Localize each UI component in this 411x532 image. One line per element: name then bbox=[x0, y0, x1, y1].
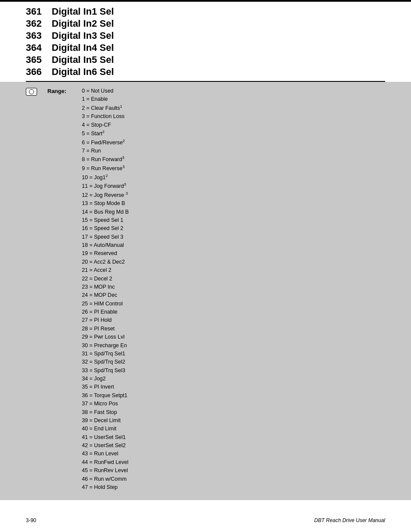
range-value-35: 35 = PI Invert bbox=[82, 383, 385, 391]
range-value-29: 29 = Pwr Loss Lvl bbox=[82, 333, 385, 341]
icon-cell bbox=[26, 87, 47, 96]
range-value-10: 10 = Jog12 bbox=[82, 173, 385, 182]
range-value-31: 31 = Spd/Trq Sel1 bbox=[82, 350, 385, 358]
range-value-5: 5 = Start2 bbox=[82, 129, 385, 138]
range-values: 0 = Not Used1 = Enable2 = Clear Faults13… bbox=[82, 87, 385, 492]
range-value-41: 41 = UserSet Sel1 bbox=[82, 433, 385, 442]
param-title-365: Digital In5 Sel bbox=[52, 54, 114, 65]
range-value-19: 19 = Reserved bbox=[82, 249, 385, 258]
range-value-42: 42 = UserSet Sel2 bbox=[82, 442, 385, 450]
range-value-9: 9 = Run Reverse3 bbox=[82, 164, 385, 173]
range-value-15: 15 = Speed Sel 1 bbox=[82, 216, 385, 224]
range-value-18: 18 = Auto/Manual bbox=[82, 241, 385, 249]
param-title-363: Digital In3 Sel bbox=[52, 30, 114, 41]
range-value-21: 21 = Accel 2 bbox=[82, 266, 385, 274]
range-value-2: 2 = Clear Faults1 bbox=[82, 104, 385, 113]
param-row-363: 363 Digital In3 Sel bbox=[26, 30, 385, 41]
range-value-43: 43 = Run Level bbox=[82, 450, 385, 458]
param-number-364: 364 bbox=[26, 42, 52, 53]
range-value-47: 47 = Hold Step bbox=[82, 483, 385, 492]
range-value-39: 39 = Decel Limit bbox=[82, 417, 385, 425]
range-value-26: 26 = PI Enable bbox=[82, 308, 385, 316]
range-value-37: 37 = Micro Pos bbox=[82, 400, 385, 408]
param-number-363: 363 bbox=[26, 30, 52, 41]
range-section: Range: 0 = Not Used1 = Enable2 = Clear F… bbox=[26, 87, 385, 492]
range-value-30: 30 = Precharge En bbox=[82, 342, 385, 350]
range-value-33: 33 = Spd/Trq Sel3 bbox=[82, 367, 385, 375]
range-value-8: 8 = Run Forward3 bbox=[82, 155, 385, 164]
page-container: 361 Digital In1 Sel 362 Digital In2 Sel … bbox=[0, 0, 411, 532]
range-value-17: 17 = Speed Sel 3 bbox=[82, 233, 385, 241]
param-number-361: 361 bbox=[26, 6, 52, 17]
range-value-40: 40 = End Limit bbox=[82, 425, 385, 433]
range-value-20: 20 = Acc2 & Dec2 bbox=[82, 258, 385, 266]
range-value-28: 28 = PI Reset bbox=[82, 325, 385, 333]
range-value-34: 34 = Jog2 bbox=[82, 375, 385, 383]
range-value-44: 44 = RunFwd Level bbox=[82, 458, 385, 467]
param-row-361: 361 Digital In1 Sel bbox=[26, 6, 385, 17]
range-value-0: 0 = Not Used bbox=[82, 87, 385, 95]
range-value-7: 7 = Run bbox=[82, 147, 385, 155]
range-value-14: 14 = Bus Reg Md B bbox=[82, 208, 385, 216]
param-title-362: Digital In2 Sel bbox=[52, 18, 114, 29]
param-number-365: 365 bbox=[26, 54, 52, 65]
range-value-22: 22 = Decel 2 bbox=[82, 275, 385, 283]
param-row-364: 364 Digital In4 Sel bbox=[26, 42, 385, 53]
manual-title: DBT Reach Drive User Manual bbox=[314, 517, 385, 523]
range-value-45: 45 = RunRev Level bbox=[82, 467, 385, 475]
content-area: Range: 0 = Not Used1 = Enable2 = Clear F… bbox=[0, 82, 411, 500]
param-row-365: 365 Digital In5 Sel bbox=[26, 54, 385, 65]
param-title-361: Digital In1 Sel bbox=[52, 6, 114, 17]
range-value-6: 6 = Fwd/Reverse2 bbox=[82, 138, 385, 147]
range-value-1: 1 = Enable bbox=[82, 95, 385, 103]
range-value-11: 11 = Jog Forward3 bbox=[82, 182, 385, 191]
parameter-icon bbox=[26, 88, 37, 96]
range-value-12: 12 = Jog Reverse 3 bbox=[82, 191, 385, 200]
circle-icon bbox=[29, 89, 34, 94]
param-number-366: 366 bbox=[26, 66, 52, 78]
range-value-3: 3 = Function Loss bbox=[82, 112, 385, 121]
param-row-366: 366 Digital In6 Sel bbox=[26, 66, 385, 78]
range-value-27: 27 = PI Hold bbox=[82, 316, 385, 324]
range-value-16: 16 = Speed Sel 2 bbox=[82, 224, 385, 233]
range-value-36: 36 = Torque Setpt1 bbox=[82, 392, 385, 400]
param-number-362: 362 bbox=[26, 18, 52, 29]
footer: 3-90 DBT Reach Drive User Manual bbox=[0, 517, 411, 523]
param-title-364: Digital In4 Sel bbox=[52, 42, 114, 53]
range-value-23: 23 = MOP Inc bbox=[82, 283, 385, 291]
param-title-366: Digital In6 Sel bbox=[52, 66, 114, 78]
header-section: 361 Digital In1 Sel 362 Digital In2 Sel … bbox=[0, 2, 411, 82]
range-label: Range: bbox=[47, 87, 82, 94]
range-value-32: 32 = Spd/Trq Sel2 bbox=[82, 358, 385, 366]
range-value-25: 25 = HIM Control bbox=[82, 300, 385, 308]
param-row-362: 362 Digital In2 Sel bbox=[26, 18, 385, 29]
page-number: 3-90 bbox=[26, 517, 36, 523]
range-value-38: 38 = Fast Stop bbox=[82, 408, 385, 417]
range-value-4: 4 = Stop-CF bbox=[82, 121, 385, 129]
range-value-13: 13 = Stop Mode B bbox=[82, 199, 385, 208]
range-value-46: 46 = Run w/Comm bbox=[82, 475, 385, 483]
range-value-24: 24 = MOP Dec bbox=[82, 291, 385, 299]
